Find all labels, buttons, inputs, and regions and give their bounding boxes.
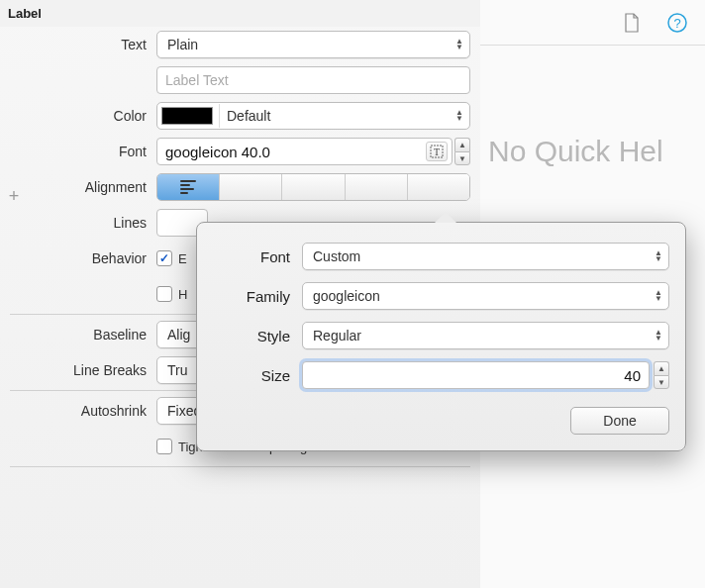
svg-text:?: ? (673, 16, 680, 31)
tighten-checkbox[interactable] (156, 439, 172, 454)
svg-text:T: T (434, 147, 440, 157)
alignment-label: Alignment (10, 179, 156, 195)
font-stepper[interactable]: ▲ ▼ (454, 138, 470, 165)
align-left-icon (180, 180, 196, 194)
popover-style-label: Style (213, 328, 302, 344)
font-family-popup[interactable]: googleicon (302, 282, 669, 310)
baseline-label: Baseline (10, 327, 156, 343)
text-style-popup[interactable]: Plain (156, 31, 470, 58)
linebreaks-value: Tru (167, 362, 187, 378)
color-value: Default (227, 108, 270, 124)
font-style-popup[interactable]: Regular (302, 322, 669, 349)
popover-size-label: Size (213, 367, 302, 384)
font-size-field[interactable]: 40 (302, 361, 650, 389)
stepper-up-icon[interactable]: ▲ (654, 361, 669, 375)
linebreaks-label: Line Breaks (10, 362, 156, 378)
no-quick-help-text: No Quick Hel (480, 46, 705, 168)
align-justify-button[interactable] (346, 174, 408, 200)
align-right-button[interactable] (282, 174, 345, 200)
help-toolbar: ? (480, 0, 705, 46)
updown-icon (455, 39, 463, 50)
color-swatch (161, 107, 213, 125)
add-attribute-button[interactable]: + (4, 186, 24, 206)
text-label: Text (10, 37, 156, 52)
color-popup[interactable]: Default (156, 102, 470, 130)
highlighted-checkbox[interactable] (156, 286, 172, 302)
baseline-value: Alig (167, 327, 190, 343)
color-label: Color (10, 108, 156, 124)
alignment-segmented[interactable] (156, 173, 470, 201)
done-button[interactable]: Done (570, 407, 669, 435)
font-style-value: Regular (313, 328, 361, 343)
behavior-label: Behavior (10, 250, 156, 266)
updown-icon (455, 110, 463, 122)
align-center-button[interactable] (220, 174, 282, 200)
updown-icon (655, 250, 662, 262)
autoshrink-label: Autoshrink (10, 403, 156, 419)
highlighted-text: H (178, 287, 187, 302)
stepper-down-icon[interactable]: ▼ (654, 375, 669, 389)
font-popover: Font Custom Family googleicon Style Regu… (196, 222, 686, 451)
section-header: Label (0, 0, 480, 27)
font-picker-button[interactable]: T (426, 142, 448, 161)
align-left-button[interactable] (157, 174, 220, 200)
lines-label: Lines (10, 215, 156, 231)
font-type-popup[interactable]: Custom (302, 243, 669, 270)
font-value: googleicon 40.0 (165, 144, 270, 160)
updown-icon (655, 330, 662, 342)
text-style-value: Plain (167, 37, 198, 52)
stepper-up-icon[interactable]: ▲ (454, 138, 470, 151)
separator (10, 466, 470, 467)
help-icon[interactable]: ? (665, 11, 689, 35)
popover-font-label: Font (213, 248, 302, 265)
document-icon[interactable] (620, 11, 644, 35)
font-field[interactable]: googleicon 40.0 T (156, 138, 453, 165)
font-label: Font (10, 144, 156, 159)
updown-icon (655, 290, 662, 302)
align-natural-button[interactable] (408, 174, 469, 200)
font-type-value: Custom (313, 248, 360, 264)
font-family-value: googleicon (313, 288, 380, 304)
enabled-checkbox[interactable] (156, 250, 172, 266)
enabled-text: E (178, 251, 187, 266)
font-picker-icon: T (430, 145, 444, 158)
popover-family-label: Family (213, 288, 302, 305)
label-text-field[interactable]: Label Text (156, 66, 470, 94)
size-stepper[interactable]: ▲ ▼ (654, 361, 669, 389)
stepper-down-icon[interactable]: ▼ (454, 151, 470, 165)
